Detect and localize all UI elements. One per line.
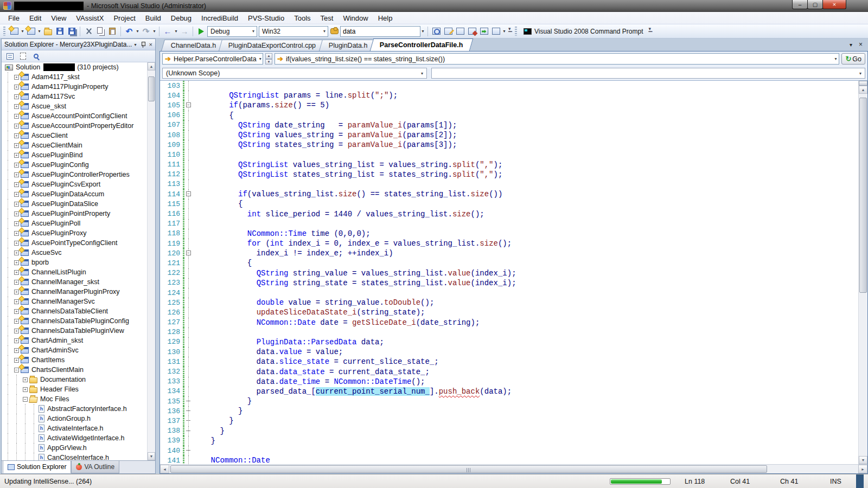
code-editor[interactable]: 103104 QStringList params = line.split("… (160, 80, 867, 464)
menu-pvs-studio[interactable]: PVS-Studio (243, 12, 289, 24)
tree-expander[interactable]: + (14, 192, 19, 197)
tree-expander[interactable]: + (14, 251, 19, 255)
scroll-right-icon[interactable]: ► (858, 465, 867, 473)
copy-button[interactable] (94, 25, 106, 37)
tree-row[interactable]: +AscuePluginDataSlice (2, 199, 155, 209)
menu-test[interactable]: Test (316, 12, 339, 24)
tree-row[interactable]: +ChannelsDataTablePluginView (2, 326, 155, 336)
tree-scrollbar[interactable]: ▲ ▼ (147, 62, 155, 460)
tab-solution-explorer[interactable]: Solution Explorer (3, 461, 71, 473)
toolbar-overflow-button[interactable]: ▾▔ (507, 26, 514, 37)
tree-row[interactable]: ActionGroup.h (2, 414, 155, 423)
editor-vertical-scrollbar[interactable]: ▲ ▼ (858, 81, 867, 464)
tree-row[interactable]: −ChartsClientMain (2, 365, 155, 375)
tree-expander[interactable]: − (23, 397, 28, 402)
editor-horizontal-scrollbar[interactable]: ◄ ► (160, 464, 867, 473)
tab-plugindataexportcontrol-cpp[interactable]: PluginDataExportControl.cpp (219, 40, 326, 51)
tree-expander[interactable]: + (14, 75, 19, 80)
toolbar-overflow-button[interactable]: ▾▔ (647, 26, 654, 37)
tree-expander[interactable]: + (14, 221, 19, 226)
tree-expander[interactable]: + (14, 270, 19, 275)
fold-toggle[interactable]: − (186, 102, 191, 107)
spin-down-icon[interactable]: ▼ (265, 59, 272, 65)
paste-button[interactable] (106, 25, 118, 37)
minimize-button[interactable]: – (792, 0, 808, 9)
navigate-forward-button[interactable]: → (178, 25, 190, 37)
menu-edit[interactable]: Edit (24, 12, 46, 24)
tree-row[interactable]: ActivateWidgetInterface.h (2, 433, 155, 443)
tree-expander[interactable]: + (14, 211, 19, 216)
scrollbar-thumb[interactable] (859, 98, 867, 293)
close-button[interactable]: × (822, 0, 846, 9)
menu-debug[interactable]: Debug (166, 12, 196, 24)
tree-row[interactable]: +bporb (2, 258, 155, 267)
tree-expander[interactable]: + (14, 290, 19, 294)
member-combo[interactable]: ▾ (431, 68, 865, 79)
menu-file[interactable]: File (3, 12, 24, 24)
tree-expander[interactable]: + (14, 241, 19, 246)
menu-vassistx[interactable]: VAssistX (71, 12, 108, 24)
tree-expander[interactable]: + (14, 94, 19, 99)
tree-row[interactable]: +AscuePluginConfig (2, 160, 155, 170)
tree-expander[interactable]: + (14, 358, 19, 363)
options-button[interactable] (466, 25, 478, 37)
scroll-up-icon[interactable]: ▲ (148, 62, 155, 70)
tree-expander[interactable]: + (14, 348, 19, 353)
tree-expander[interactable]: + (14, 309, 19, 314)
tree-expander[interactable]: + (14, 85, 19, 89)
cut-button[interactable] (82, 25, 94, 37)
toolbar-grip[interactable] (3, 27, 5, 36)
fold-toggle[interactable]: − (186, 251, 191, 255)
go-button[interactable]: ↻ Go (841, 53, 865, 65)
tree-row[interactable]: +AscuePointTypeConfigClient (2, 238, 155, 248)
menu-build[interactable]: Build (141, 12, 166, 24)
context-spinner[interactable]: ▲ ▼ (265, 53, 272, 65)
menu-view[interactable]: View (46, 12, 71, 24)
tree-row[interactable]: +AscueAccountPointPropertyEditor (2, 121, 155, 131)
tree-row[interactable]: +ChannelManagerSvc (2, 297, 155, 306)
tab-channeldata-h[interactable]: ChannelData.h (161, 40, 226, 51)
undo-button[interactable]: ↶ (123, 25, 135, 37)
view-class-diagram-button[interactable] (31, 52, 41, 61)
tree-expander[interactable]: + (14, 114, 19, 119)
tree-expander[interactable]: + (14, 133, 19, 138)
tree-expander[interactable]: + (23, 377, 28, 382)
command-window-dropdown[interactable]: ▾ (502, 25, 507, 37)
scrollbar-thumb[interactable] (170, 465, 767, 473)
tree-row[interactable]: +Documentation (2, 375, 155, 384)
tree-expander[interactable]: + (14, 172, 19, 177)
find-combo-input[interactable] (340, 26, 420, 37)
open-file-button[interactable] (42, 25, 54, 37)
tree-row[interactable]: +AscuePluginProxy (2, 228, 155, 238)
tree-row[interactable]: +Adam4117_skst (2, 72, 155, 82)
tree-expander[interactable]: + (14, 163, 19, 168)
tree-expander[interactable]: + (14, 143, 19, 148)
navigate-backward-button[interactable]: ← (162, 25, 174, 37)
tree-expander[interactable]: + (14, 231, 19, 236)
tree-row[interactable]: +AscuePluginControllerProperties (2, 170, 155, 179)
new-project-button[interactable] (8, 25, 20, 37)
tree-expander[interactable]: + (14, 182, 19, 187)
find-combo-dropdown[interactable]: ▾ (420, 25, 425, 37)
spin-up-icon[interactable]: ▲ (265, 53, 272, 59)
menu-window[interactable]: Window (338, 12, 373, 24)
tab-plugindata-h[interactable]: PluginData.h (319, 40, 378, 51)
tree-row[interactable]: +AscuePluginBind (2, 150, 155, 160)
close-panel-button[interactable]: × (149, 41, 152, 48)
menu-help[interactable]: Help (373, 12, 398, 24)
fold-toggle[interactable]: − (186, 191, 191, 196)
menu-tools[interactable]: Tools (289, 12, 315, 24)
properties-window-button[interactable] (442, 25, 454, 37)
solution-tree[interactable]: Solution(310 projects)+Adam4117_skst+Ada… (2, 62, 155, 460)
tab-parsecontrollerdatafile-h[interactable]: ParseControllerDataFile.h (370, 38, 473, 51)
send-feedback-button[interactable] (454, 25, 466, 37)
tree-expander[interactable]: + (14, 319, 19, 324)
tree-row[interactable]: +Adam4117PluginProperty (2, 82, 155, 92)
tree-row[interactable]: Solution(310 projects) (2, 62, 155, 72)
start-debugging-button[interactable] (195, 25, 207, 37)
tree-expander[interactable]: + (14, 299, 19, 304)
menu-incredibuild[interactable]: IncrediBuild (196, 12, 243, 24)
tree-row[interactable]: +ChannelManagerPluginProxy (2, 287, 155, 297)
scope-combo[interactable]: (Unknown Scope) ▾ (162, 68, 427, 79)
tree-row[interactable]: +AscueClient (2, 131, 155, 140)
